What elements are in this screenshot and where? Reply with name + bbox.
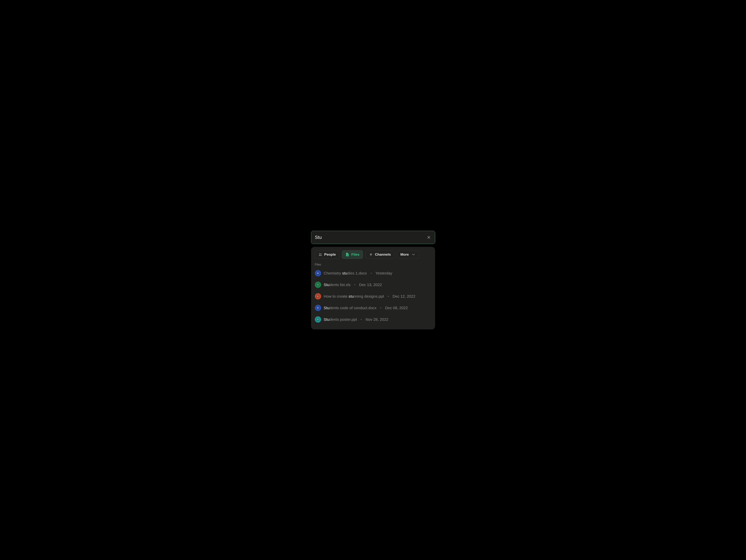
filter-label: Files bbox=[351, 252, 360, 257]
result-row[interactable]: PHow to create stunning designs.ppt•Dec … bbox=[311, 290, 435, 302]
chevron-down-icon bbox=[411, 252, 415, 257]
word-file-icon: W bbox=[315, 270, 321, 276]
file-icon bbox=[345, 252, 349, 257]
file-date: Dec 08, 2022 bbox=[385, 306, 408, 310]
results-dropdown: People Files Channels More bbox=[311, 247, 435, 329]
separator-dot: • bbox=[369, 271, 373, 275]
search-panel: People Files Channels More bbox=[311, 231, 435, 329]
clear-search-button[interactable] bbox=[426, 235, 431, 240]
search-bar[interactable] bbox=[311, 231, 435, 244]
filter-label: More bbox=[400, 252, 409, 257]
result-row[interactable]: XStudents list.xls•Dec 13, 2022 bbox=[311, 279, 435, 290]
people-icon bbox=[318, 252, 322, 257]
ppt-file-icon: P bbox=[315, 293, 321, 300]
file-date: Dec 13, 2022 bbox=[359, 282, 382, 287]
filter-more[interactable]: More bbox=[397, 250, 419, 259]
excel-file-icon: X bbox=[315, 282, 321, 288]
separator-dot: • bbox=[386, 295, 390, 298]
separator-dot: • bbox=[379, 306, 382, 310]
channels-icon bbox=[369, 252, 373, 257]
svg-rect-5 bbox=[347, 255, 348, 255]
svg-point-3 bbox=[321, 253, 321, 254]
file-name: Chemistry studies 1.docx bbox=[324, 271, 367, 275]
word-file-icon: W bbox=[315, 305, 321, 311]
separator-dot: • bbox=[353, 283, 356, 287]
pub-file-icon: P bbox=[315, 316, 321, 323]
filter-files[interactable]: Files bbox=[342, 250, 363, 259]
result-row[interactable]: WStudents code of conduct.docx•Dec 08, 2… bbox=[311, 302, 435, 314]
separator-dot: • bbox=[360, 317, 363, 321]
result-row[interactable]: PStudents poster.ppt•Nov 28, 2022 bbox=[311, 314, 435, 325]
file-date: Yesterday bbox=[375, 271, 392, 275]
svg-point-2 bbox=[319, 253, 320, 254]
file-name: Students poster.ppt bbox=[324, 317, 357, 322]
filter-row: People Files Channels More bbox=[311, 250, 435, 261]
filter-channels[interactable]: Channels bbox=[365, 250, 395, 259]
filter-label: People bbox=[324, 252, 336, 257]
filter-label: Channels bbox=[375, 252, 391, 257]
section-heading: Files bbox=[311, 261, 435, 268]
file-name: How to create stunning designs.ppt bbox=[324, 294, 384, 299]
svg-rect-4 bbox=[347, 254, 348, 255]
file-name: Students code of conduct.docx bbox=[324, 306, 377, 310]
file-date: Dec 12, 2022 bbox=[393, 294, 415, 299]
results-list: WChemistry studies 1.docx•YesterdayXStud… bbox=[311, 268, 435, 325]
filter-people[interactable]: People bbox=[315, 250, 339, 259]
result-row[interactable]: WChemistry studies 1.docx•Yesterday bbox=[311, 268, 435, 279]
file-date: Nov 28, 2022 bbox=[366, 317, 388, 322]
close-icon bbox=[427, 235, 431, 239]
search-input[interactable] bbox=[315, 235, 427, 240]
file-name: Students list.xls bbox=[324, 282, 351, 287]
